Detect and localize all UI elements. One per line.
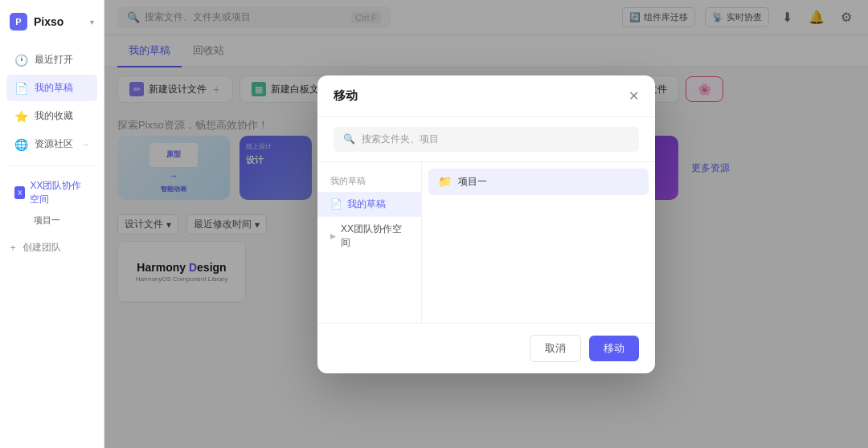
workspace-child-project1[interactable]: 项目一 bbox=[29, 211, 97, 230]
modal-title: 移动 bbox=[334, 88, 358, 104]
add-icon: ＋ bbox=[8, 241, 18, 255]
cancel-button[interactable]: 取消 bbox=[530, 335, 581, 362]
sidebar-item-drafts[interactable]: 📄 我的草稿 bbox=[6, 75, 97, 101]
modal-header: 移动 ✕ bbox=[317, 75, 655, 117]
workspace-icon: X bbox=[14, 186, 25, 199]
workspace-section: X XX团队协作空间 项目一 bbox=[0, 171, 104, 233]
modal-close-button[interactable]: ✕ bbox=[628, 88, 639, 104]
workspace-expand-arrow: ▶ bbox=[330, 232, 336, 240]
modal-search-icon: 🔍 bbox=[343, 133, 355, 145]
modal-overlay[interactable]: 移动 ✕ 🔍 搜索文件夹、项目 我的草稿 📄 我的草稿 bbox=[104, 0, 868, 448]
workspace-header[interactable]: X XX团队协作空间 bbox=[6, 174, 97, 211]
modal-left-nav: 我的草稿 📄 我的草稿 ▶ XX团队协作空间 bbox=[317, 162, 422, 323]
modal-section-label: 我的草稿 bbox=[317, 172, 421, 192]
modal-folder-item[interactable]: 📁 项目一 bbox=[428, 169, 649, 195]
confirm-move-button[interactable]: 移动 bbox=[589, 336, 639, 361]
folder-icon: 📁 bbox=[438, 175, 452, 188]
sidebar: P Pixso ▾ 🕐 最近打开 📄 我的草稿 ⭐ 我的收藏 🌐 资源社区 → … bbox=[0, 0, 104, 448]
main-content: 🔍 搜索文件、文件夹或项目 Ctrl F 🔄 组件库迁移 📡 实时协查 ⬇ 🔔 … bbox=[104, 0, 868, 448]
sidebar-nav: 🕐 最近打开 📄 我的草稿 ⭐ 我的收藏 🌐 资源社区 → bbox=[0, 43, 104, 161]
sidebar-item-recent[interactable]: 🕐 最近打开 bbox=[6, 47, 97, 73]
app-name: Pixso bbox=[34, 15, 63, 28]
modal-footer: 取消 移动 bbox=[317, 323, 655, 373]
drafts-icon: 📄 bbox=[14, 82, 28, 95]
modal-nav-workspace[interactable]: ▶ XX团队协作空间 bbox=[317, 217, 421, 255]
modal-right-content: 📁 项目一 bbox=[422, 162, 655, 323]
sidebar-item-favorites[interactable]: ⭐ 我的收藏 bbox=[6, 103, 97, 129]
drafts-nav-icon: 📄 bbox=[330, 198, 342, 210]
sidebar-item-community[interactable]: 🌐 资源社区 → bbox=[6, 131, 97, 157]
modal-search-input[interactable]: 🔍 搜索文件夹、项目 bbox=[334, 127, 639, 152]
modal-search-area: 🔍 搜索文件夹、项目 bbox=[317, 117, 655, 162]
recent-icon: 🕐 bbox=[14, 54, 28, 67]
community-arrow: → bbox=[81, 140, 89, 149]
community-icon: 🌐 bbox=[14, 138, 28, 151]
favorites-icon: ⭐ bbox=[14, 110, 28, 123]
modal-nav-drafts[interactable]: 📄 我的草稿 bbox=[317, 192, 421, 217]
app-menu-arrow: ▾ bbox=[90, 18, 94, 26]
logo-icon: P bbox=[10, 13, 27, 31]
workspace-children: 项目一 bbox=[6, 211, 97, 230]
move-modal: 移动 ✕ 🔍 搜索文件夹、项目 我的草稿 📄 我的草稿 bbox=[317, 75, 655, 373]
app-logo[interactable]: P Pixso ▾ bbox=[0, 0, 104, 43]
sidebar-divider bbox=[10, 165, 94, 166]
modal-body: 我的草稿 📄 我的草稿 ▶ XX团队协作空间 📁 项目一 bbox=[317, 162, 655, 323]
add-team-button[interactable]: ＋ 创建团队 bbox=[0, 236, 104, 259]
